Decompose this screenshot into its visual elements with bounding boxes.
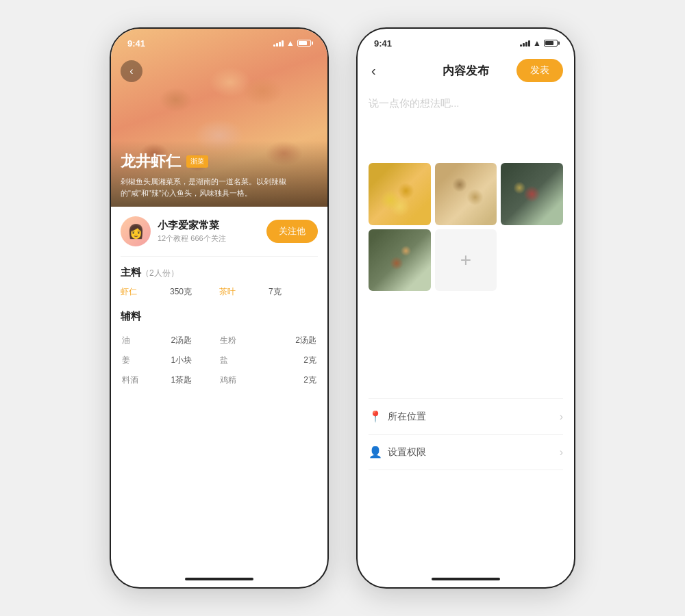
battery-icon [297,40,311,47]
status-time-phone2: 9:41 [374,38,392,49]
chevron-right-icon-permissions: › [560,446,563,459]
dish-title-row: 龙井虾仁 浙菜 [121,151,318,172]
table-row: 料酒 1茶匙 鸡精 2克 [122,371,316,389]
author-meta: 12个教程 666个关注 [158,233,266,244]
cond-name2-1: 盐 [220,351,268,370]
chevron-right-icon-location: › [560,411,563,423]
cond-name2-0: 生粉 [220,331,268,350]
cond-name-1: 姜 [122,351,170,370]
cond-amount2-0: 2汤匙 [269,331,317,350]
permissions-left: 👤 设置权限 [369,446,426,459]
ing-amount-1: 7克 [269,286,318,298]
nav-back-button[interactable]: ‹ [369,60,379,81]
home-bar [185,578,253,580]
cond-amount-2: 1茶匙 [171,371,219,389]
home-indicator [111,571,327,587]
nav-bar: ‹ 内容发布 发表 [358,53,574,88]
cond-amount-0: 2汤匙 [171,331,219,350]
location-icon: 📍 [369,410,382,423]
location-left: 📍 所在位置 [369,410,426,423]
hero-overlay: 龙井虾仁 浙菜 剁椒鱼头属湘菜系，是湖南的一道名菜。以剁辣椒的"咸"和"辣"沁入… [111,140,327,207]
battery-icon-p2 [544,40,558,47]
cond-amount2-2: 2克 [269,371,317,389]
add-photo-button[interactable]: + [435,229,497,292]
phone-content-publish: 9:41 ▲ ‹ 内容发布 发表 说一点你的想法吧... + [356,27,575,589]
wifi-icon-p2: ▲ [533,38,541,48]
content-textarea[interactable]: 说一点你的想法吧... [358,88,574,156]
status-bar-phone1: 9:41 ▲ [111,29,327,53]
back-button[interactable]: ‹ [121,60,142,82]
dish-description: 剁椒鱼头属湘菜系，是湖南的一道名菜。以剁辣椒的"咸"和"辣"沁入鱼头，风味独具一… [121,176,318,200]
dish-title: 龙井虾仁 [121,151,181,172]
home-bar-p2 [432,578,500,580]
sub-ingredients-title: 辅料 [121,307,318,330]
dish-tag: 浙菜 [186,155,208,168]
table-row: 油 2汤匙 生粉 2汤匙 [122,331,316,350]
phone-recipe-detail: 9:41 ▲ ‹ 龙井虾仁 浙菜 剁椒鱼头属湘菜系，是湖 [110,27,329,589]
cond-name2-2: 鸡精 [220,371,268,389]
content-area: 👩 小李爱家常菜 12个教程 666个关注 关注他 主料（2人份） 虾仁 350… [111,207,327,391]
avatar: 👩 [121,216,151,246]
wifi-icon: ▲ [286,38,295,48]
location-label: 所在位置 [388,411,426,423]
location-row[interactable]: 📍 所在位置 › [358,399,574,434]
publish-button[interactable]: 发表 [516,59,563,82]
table-row: 姜 1小块 盐 2克 [122,351,316,370]
status-bar-phone2: 9:41 ▲ [358,29,574,53]
photo-cell-4[interactable] [369,229,431,292]
status-icons-phone1: ▲ [273,38,311,48]
status-time-phone1: 9:41 [127,38,145,49]
author-name: 小李爱家常菜 [158,219,266,232]
ing-amount-0: 350克 [170,286,219,298]
cond-amount2-1: 2克 [269,351,317,370]
permissions-row[interactable]: 👤 设置权限 › [358,435,574,470]
author-row: 👩 小李爱家常菜 12个教程 666个关注 关注他 [121,207,318,257]
ing-name-1: 茶叶 [219,286,269,298]
signal-icon [273,40,284,47]
main-ingredients-title: 主料（2人份） [121,257,318,286]
photo-cell-2[interactable] [435,163,497,225]
permissions-label: 设置权限 [388,446,426,459]
main-ingredients-grid: 虾仁 350克 茶叶 7克 [121,286,318,307]
ing-name-0: 虾仁 [121,286,170,298]
status-icons-phone2: ▲ [520,38,558,48]
follow-button[interactable]: 关注他 [266,220,318,243]
hero-image: ‹ 龙井虾仁 浙菜 剁椒鱼头属湘菜系，是湖南的一道名菜。以剁辣椒的"咸"和"辣"… [111,29,327,207]
permissions-icon: 👤 [369,446,382,459]
condiments-table: 油 2汤匙 生粉 2汤匙 姜 1小块 盐 2克 料酒 1茶匙 鸡精 2克 [121,330,318,391]
cond-name-0: 油 [122,331,170,350]
cond-name-2: 料酒 [122,371,170,389]
nav-title: 内容发布 [443,63,489,79]
photo-cell-1[interactable] [369,163,431,225]
signal-icon-p2 [520,40,530,47]
cond-amount-1: 1小块 [171,351,219,370]
photo-cell-3[interactable] [501,163,563,225]
photo-grid: + [358,156,574,298]
main-ingredients-subtitle: （2人份） [141,268,179,278]
home-indicator-p2 [358,571,574,587]
author-info: 小李爱家常菜 12个教程 666个关注 [158,219,266,244]
phone1-scroll-content[interactable]: ‹ 龙井虾仁 浙菜 剁椒鱼头属湘菜系，是湖南的一道名菜。以剁辣椒的"咸"和"辣"… [111,29,327,571]
